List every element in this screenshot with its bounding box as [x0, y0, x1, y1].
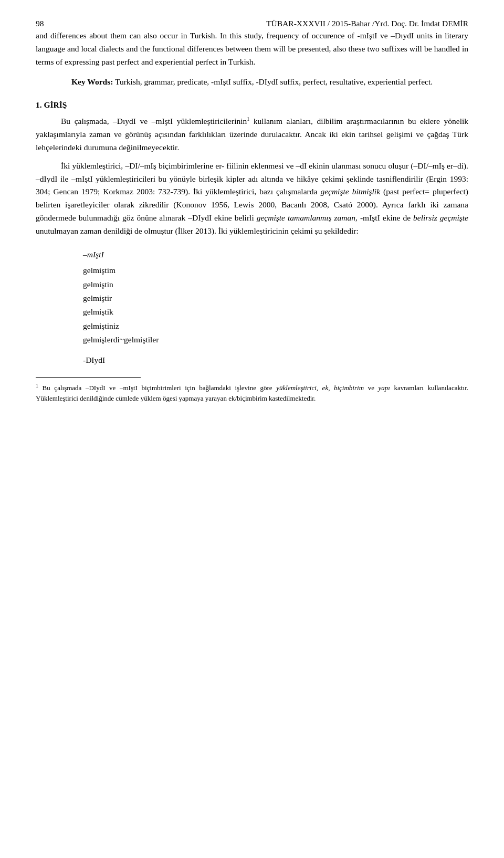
keywords-label: Key Words:: [71, 77, 113, 86]
conj-form-6: gelmişlerdi~gelmiştiler: [83, 333, 468, 347]
keywords-block: Key Words: Turkish, grammar, predicate, …: [71, 76, 468, 89]
abstract-section: and differences about them can also occu…: [36, 29, 468, 68]
section1-para1: Bu çalışmada, –DıydI ve –mIştI yüklemleş…: [36, 115, 468, 154]
conj-form-4: gelmiştik: [83, 305, 468, 319]
section1-body: Bu çalışmada, –DıydI ve –mIştI yüklemleş…: [36, 115, 468, 237]
abstract-paragraph: and differences about them can also occu…: [36, 29, 468, 68]
footnote-number: 1: [36, 383, 38, 389]
conj-forms: gelmiştim gelmiştin gelmiştir gelmiştik …: [83, 264, 468, 347]
section1-title: GİRİŞ: [44, 100, 67, 109]
page: 98 TÜBAR-XXXVII / 2015-Bahar /Yrd. Doç. …: [0, 0, 504, 858]
conj-form-3: gelmiştir: [83, 291, 468, 305]
conj-form-1: gelmiştim: [83, 264, 468, 277]
footnote-divider: [36, 377, 141, 378]
footnote-1: 1 Bu çalışmada –DIydI ve –mIştI biçimbir…: [36, 382, 468, 403]
conj-label-diydi: -DIydI: [83, 353, 468, 368]
header: 98 TÜBAR-XXXVII / 2015-Bahar /Yrd. Doç. …: [36, 19, 468, 28]
keywords-text: Turkish, grammar, predicate, -mIştI suff…: [115, 77, 433, 86]
journal-title: TÜBAR-XXXVII / 2015-Bahar /Yrd. Doç. Dr.…: [266, 19, 468, 28]
section1-heading: 1. GİRİŞ: [36, 100, 468, 110]
section1-para2: İki yüklemleştirici, –DI/–mIş biçimbirim…: [36, 160, 468, 238]
page-number: 98: [36, 19, 44, 28]
conj-form-2: gelmiştin: [83, 278, 468, 291]
conj-form-5: gelmiştiniz: [83, 319, 468, 333]
section1-number: 1.: [36, 100, 42, 109]
conj-label-misti: –mIştI: [83, 247, 468, 262]
conjugation-block: –mIştI gelmiştim gelmiştin gelmiştir gel…: [83, 247, 468, 368]
